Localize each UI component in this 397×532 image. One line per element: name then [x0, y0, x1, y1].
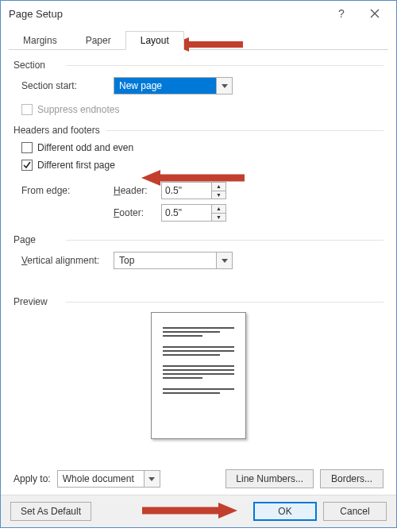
suppress-endnotes-label: Suppress endnotes: [37, 104, 119, 115]
diff-first-checkbox[interactable]: Different first page: [21, 160, 115, 171]
borders-button[interactable]: Borders...: [320, 469, 384, 488]
group-section: Section: [13, 60, 384, 71]
preview-page: [151, 312, 246, 439]
check-icon: [23, 161, 31, 169]
section-start-value: New page: [114, 78, 216, 94]
dialog-title: Page Setup: [9, 8, 325, 20]
apply-to-value: Whole document: [58, 471, 144, 487]
valign-label: Vertical alignment:: [21, 255, 114, 266]
line-numbers-button[interactable]: Line Numbers...: [225, 469, 314, 488]
group-hf: Headers and footers: [13, 125, 384, 136]
header-spin-down[interactable]: ▼: [212, 191, 225, 199]
from-edge-row: From edge: Header: 0.5" ▲ ▼ Footer:: [21, 182, 384, 222]
section-start-select[interactable]: New page: [114, 77, 233, 94]
close-icon: [370, 9, 380, 18]
header-spin-up[interactable]: ▲: [212, 183, 225, 191]
page-setup-dialog: Page Setup ? Margins Paper Layout Sectio…: [0, 0, 397, 528]
footer-spin-down[interactable]: ▼: [212, 213, 225, 222]
chevron-down-icon: [222, 84, 228, 88]
header-label: Header:: [114, 185, 161, 196]
footer-buttons: Set As Default OK Cancel: [1, 495, 396, 527]
header-spinner[interactable]: 0.5" ▲ ▼: [161, 182, 226, 199]
diff-odd-even-checkbox[interactable]: Different odd and even: [21, 142, 133, 153]
footer-label: Footer:: [114, 207, 161, 218]
suppress-endnotes-checkbox: Suppress endnotes: [21, 104, 119, 115]
section-start-label: Section start:: [21, 80, 114, 91]
valign-arrow[interactable]: [216, 253, 232, 268]
footer-spinner[interactable]: 0.5" ▲ ▼: [161, 204, 226, 222]
valign-select[interactable]: Top: [114, 252, 233, 269]
title-bar: Page Setup ?: [1, 1, 396, 26]
chevron-down-icon: [148, 477, 155, 481]
diff-odd-even-label: Different odd and even: [37, 142, 133, 153]
help-button[interactable]: ?: [325, 2, 358, 25]
footer-spinner-value: 0.5": [162, 205, 211, 221]
valign-value: Top: [114, 253, 216, 268]
set-default-button[interactable]: Set As Default: [10, 502, 91, 521]
chevron-down-icon: [222, 259, 228, 263]
footer-spin-up[interactable]: ▲: [212, 205, 225, 213]
apply-to-select[interactable]: Whole document: [57, 470, 160, 488]
dialog-body: Section Section start: New page Suppress…: [1, 50, 396, 495]
diff-odd-even-row: Different odd and even: [21, 142, 384, 153]
checkbox-box: [21, 160, 33, 171]
checkbox-box: [21, 142, 33, 153]
preview-area: [13, 312, 384, 439]
tab-layout[interactable]: Layout: [125, 31, 184, 50]
section-start-arrow[interactable]: [216, 78, 232, 94]
valign-row: Vertical alignment: Top: [21, 252, 384, 269]
group-page: Page: [13, 234, 384, 245]
suppress-endnotes-row: Suppress endnotes: [21, 104, 384, 115]
header-spinner-value: 0.5": [162, 183, 211, 199]
from-edge-label: From edge:: [21, 182, 114, 196]
tab-margins[interactable]: Margins: [9, 31, 71, 50]
close-button[interactable]: [358, 2, 391, 25]
tab-bar: Margins Paper Layout: [1, 26, 396, 50]
diff-first-label: Different first page: [37, 160, 115, 171]
ok-button[interactable]: OK: [253, 502, 317, 521]
tab-paper[interactable]: Paper: [71, 31, 125, 50]
cancel-button[interactable]: Cancel: [323, 502, 387, 521]
apply-row: Apply to: Whole document Line Numbers...…: [13, 469, 384, 488]
section-start-row: Section start: New page: [21, 77, 384, 94]
apply-to-arrow[interactable]: [144, 471, 160, 487]
diff-first-row: Different first page: [21, 160, 384, 171]
checkbox-box: [21, 104, 33, 115]
apply-to-label: Apply to:: [13, 473, 51, 484]
group-preview: Preview: [13, 296, 384, 307]
